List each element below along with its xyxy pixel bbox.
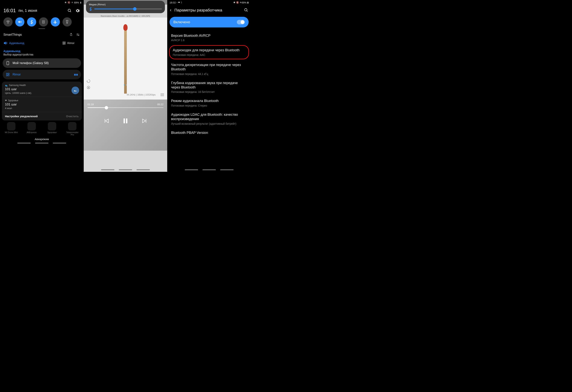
smartthings-subrow: Аудиовыход Rimor xyxy=(0,39,84,48)
nav-back[interactable] xyxy=(137,169,150,170)
volume-overlay[interactable]: Медиа (Rimor) xyxy=(86,1,165,13)
audio-format-label: 44.1KHz | 16bits | 1032Kbps xyxy=(123,94,159,96)
shoe-icon: 👟 xyxy=(5,84,8,87)
qs-bluetooth[interactable] xyxy=(27,17,36,27)
album-art xyxy=(123,24,127,93)
phone-icon xyxy=(6,61,10,65)
time-total: 05:22 xyxy=(157,103,164,106)
opt-bt-codec[interactable]: Аудиокодек для передачи через Bluetooth … xyxy=(169,45,249,59)
audio-output-title: Аудиовыход xyxy=(3,49,80,53)
gear-icon[interactable] xyxy=(75,8,80,13)
nav-back[interactable] xyxy=(53,143,66,143)
qs-mute-vibrate[interactable] xyxy=(15,17,24,27)
opt-sample-rate[interactable]: Частота дискретизации при передаче через… xyxy=(167,60,251,78)
airplane-status-icon: ✈ xyxy=(71,1,73,4)
nav-bar xyxy=(84,168,167,172)
notif-samsung-health[interactable]: 👟Samsung Health 101 шаг Цель: 10000 шага… xyxy=(2,82,82,97)
smartthings-settings-icon[interactable] xyxy=(76,32,80,37)
smartthings-label: SmartThings xyxy=(3,33,22,37)
nav-recents[interactable] xyxy=(185,169,198,170)
battery-pct: 69% xyxy=(74,1,79,4)
notif-app-label: 👟Samsung Health xyxy=(5,84,79,87)
notif-app-label: ❤Здоровье xyxy=(5,99,79,102)
rimor-device-shortcut[interactable]: Rimor xyxy=(62,41,74,45)
developer-options-toggle[interactable]: Включено xyxy=(170,17,249,28)
repeat-icon[interactable]: A xyxy=(86,85,91,90)
quick-settings-row xyxy=(0,16,84,28)
notif-sub: Цель: 10000 шага (-ов). xyxy=(5,92,79,94)
shade-expand-handle[interactable] xyxy=(38,28,45,29)
prev-button[interactable] xyxy=(104,118,110,124)
dock-app[interactable]: AliExpress xyxy=(24,122,39,136)
dock-app[interactable]: Mi Drone Mini xyxy=(4,122,19,136)
nav-recents[interactable] xyxy=(17,143,31,143)
dock-app[interactable]: Здоровье xyxy=(44,122,60,136)
device-rimor-name: Rimor xyxy=(13,73,21,76)
player-controls: 01:19 05:22 xyxy=(84,99,167,151)
qs-data-saver[interactable] xyxy=(39,17,48,27)
nav-recents[interactable] xyxy=(101,169,114,170)
battery-icon: ▮ xyxy=(247,1,249,4)
volume-title: Медиа (Rimor) xyxy=(89,3,162,6)
notif-settings-button[interactable]: Настройки уведомлений xyxy=(5,115,38,118)
developer-options-screen: 16:02 ▫ ❤ ᚱ ✱ 🔇 ✈ 69% ▮ ‹ Параметры разр… xyxy=(167,0,251,172)
bluetooth-status-icon: ✱ xyxy=(233,1,235,4)
search-icon[interactable] xyxy=(244,8,248,12)
audio-output-shortcut[interactable]: Аудиовыход xyxy=(3,41,24,45)
clock-time[interactable]: 16:01 xyxy=(3,8,16,14)
search-icon[interactable] xyxy=(67,8,72,13)
svg-point-15 xyxy=(64,43,65,45)
qs-airplane[interactable] xyxy=(51,17,60,27)
bluetooth-icon xyxy=(89,7,92,11)
nav-home[interactable] xyxy=(119,169,132,170)
audio-device-phone[interactable]: Мой телефон (Galaxy S8) xyxy=(3,58,81,68)
pause-button[interactable] xyxy=(122,117,129,125)
back-button[interactable]: ‹ xyxy=(170,8,171,13)
nav-back[interactable] xyxy=(220,169,234,170)
status-bar: ✱ 🔇 ✈ 69% ▮ xyxy=(0,0,84,5)
audio-device-rimor[interactable]: Rimor ▮▮▮ xyxy=(3,70,81,79)
clock-date[interactable]: пн, 1 июня xyxy=(18,8,37,13)
svg-line-1 xyxy=(70,11,71,12)
svg-point-2 xyxy=(8,23,8,23)
opt-avrcp[interactable]: Версия Bluetooth AVRCP AVRCP 1.6 xyxy=(167,31,251,45)
notifications-list: 👟Samsung Health 101 шаг Цель: 10000 шага… xyxy=(2,82,82,121)
smartthings-devices-icon[interactable] xyxy=(69,32,73,37)
opt-pbap[interactable]: Bluetooth PBAP Version xyxy=(167,128,251,138)
time-elapsed: 01:19 xyxy=(88,103,94,106)
opt-ldac[interactable]: Аудиокодек LDAC для Bluetooth: качество … xyxy=(167,110,251,128)
page-dots xyxy=(124,84,127,85)
album-art-area[interactable]: A 44.1KHz | 16bits | 1032Kbps xyxy=(84,17,167,99)
next-button[interactable] xyxy=(141,118,147,124)
nav-home[interactable] xyxy=(35,143,48,143)
qs-wifi[interactable] xyxy=(3,17,13,27)
nav-home[interactable] xyxy=(203,169,216,170)
playlist-icon[interactable] xyxy=(159,92,165,98)
opt-channel-mode[interactable]: Режим аудиоканала Bluetooth Потоковая пе… xyxy=(167,96,251,110)
notif-footer: Настройки уведомлений Очистить xyxy=(2,112,82,121)
rimor-label: Rimor xyxy=(67,42,74,45)
switch-on-icon[interactable] xyxy=(237,20,245,24)
airplane-status-icon: ✈ xyxy=(240,1,242,4)
shuffle-icon[interactable] xyxy=(86,78,91,84)
svg-rect-19 xyxy=(6,75,8,76)
smartthings-row[interactable]: SmartThings xyxy=(0,30,84,39)
clock-time: 16:02 xyxy=(170,1,176,4)
svg-rect-30 xyxy=(124,118,125,123)
svg-point-28 xyxy=(161,96,161,96)
clear-button[interactable]: Очистить xyxy=(66,115,79,118)
battery-icon: ▮ xyxy=(80,1,81,4)
qs-flashlight[interactable] xyxy=(63,17,72,27)
dock-app[interactable]: Teleprompter Pro xyxy=(65,122,80,136)
heart-status-icon: ❤ xyxy=(178,1,180,4)
svg-line-34 xyxy=(247,11,248,12)
notif-health2[interactable]: ❤Здоровье 101 шаг 4 ккал xyxy=(2,97,82,112)
seek-slider[interactable] xyxy=(88,107,164,108)
opt-bit-depth[interactable]: Глубина кодирования звука при передаче ч… xyxy=(167,78,251,96)
mute-status-icon: 🔇 xyxy=(236,1,239,4)
volume-slider[interactable] xyxy=(94,9,162,9)
battery-pct: 69% xyxy=(242,1,247,4)
svg-rect-31 xyxy=(126,118,127,123)
notification-shade-screen: ✱ 🔇 ✈ 69% ▮ 16:01 пн, 1 июня SmartThings xyxy=(0,0,84,172)
svg-rect-16 xyxy=(7,61,9,65)
